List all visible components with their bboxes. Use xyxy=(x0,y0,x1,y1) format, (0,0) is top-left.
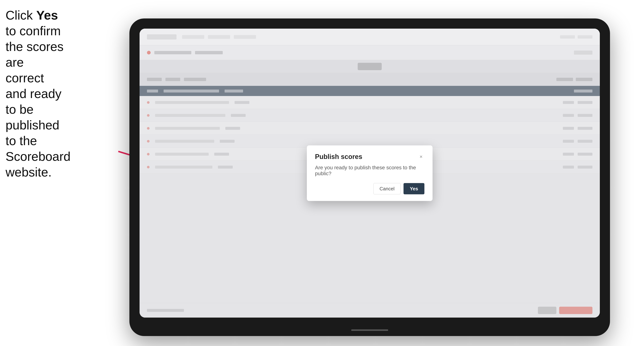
modal-title: Publish scores xyxy=(315,153,362,161)
annotation-text: Click Yes to confirm the scores are corr… xyxy=(6,7,65,180)
modal-header: Publish scores × xyxy=(315,153,424,161)
publish-scores-dialog[interactable]: Publish scores × Are you ready to publis… xyxy=(307,145,432,201)
cancel-button[interactable]: Cancel xyxy=(374,183,400,194)
modal-close-button[interactable]: × xyxy=(418,153,424,160)
annotation-bold: Yes xyxy=(36,8,58,22)
tablet-screen: Publish scores × Are you ready to publis… xyxy=(140,29,600,318)
yes-button[interactable]: Yes xyxy=(404,183,424,194)
modal-body-text: Are you ready to publish these scores to… xyxy=(315,165,424,176)
tablet-home-bar xyxy=(351,329,388,331)
tablet-device: Publish scores × Are you ready to publis… xyxy=(130,18,610,336)
modal-footer: Cancel Yes xyxy=(315,183,424,194)
